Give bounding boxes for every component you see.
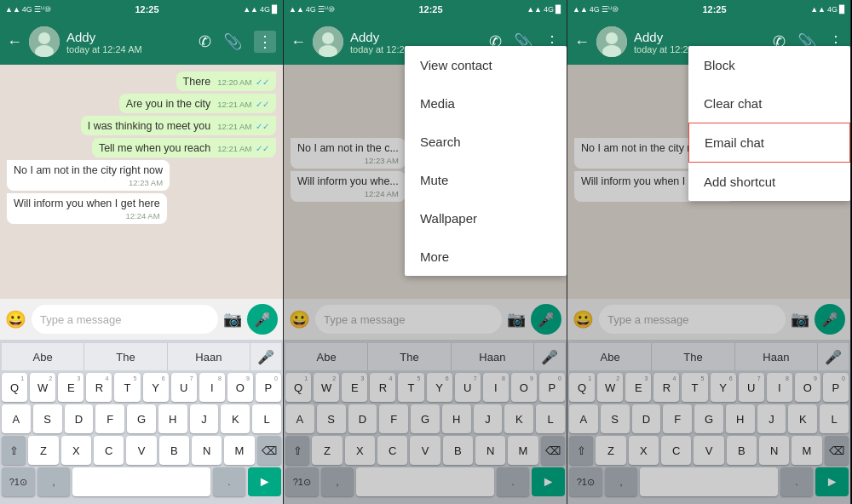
signal-strength: ▲▲ [289, 5, 304, 14]
message-time: 12:23 AM [129, 178, 163, 187]
read-tick: ✓✓ [256, 122, 269, 131]
period-key[interactable]: . [213, 467, 246, 496]
menu-item-view-contact[interactable]: View contact [405, 46, 567, 84]
signal-strength: ▲▲ [5, 5, 20, 14]
suggestion-0[interactable]: Abe [2, 343, 84, 370]
message-out: I was thinking to meet you 12:21 AM ✓✓ [81, 116, 276, 135]
status-time: 12:25 [702, 4, 726, 14]
keyboard-row-3: ⇧ZXCVBNM⌫ [2, 436, 281, 465]
menu-item-email-chat[interactable]: Email chat [688, 123, 850, 163]
menu-item-media[interactable]: Media [405, 84, 567, 123]
emoji-button[interactable]: 😀 [5, 309, 26, 329]
key-t[interactable]: 5T [114, 373, 140, 402]
menu-item-clear-chat[interactable]: Clear chat [688, 84, 850, 123]
menu-item-wallpaper[interactable]: Wallpaper [405, 199, 567, 238]
key-a[interactable]: A [2, 404, 31, 433]
key-r[interactable]: 4R [86, 373, 112, 402]
camera-button[interactable]: 📷 [223, 310, 242, 329]
status-right-icons: ▲▲ 4G ▉ [243, 5, 278, 14]
key-b[interactable]: B [159, 436, 189, 465]
battery-icon: ▉ [556, 5, 561, 14]
key-j[interactable]: J [190, 404, 219, 433]
keyboard-bottom-row: ?1⊙,.► [2, 467, 281, 496]
signal-strength: ▲▲ [573, 5, 588, 14]
menu-item-more[interactable]: More [405, 238, 567, 276]
key-w[interactable]: 2W [30, 373, 55, 402]
mic-button[interactable]: 🎤 [247, 304, 278, 335]
key-o[interactable]: 9O [227, 373, 253, 402]
menu-item-block[interactable]: Block [688, 46, 850, 84]
back-button[interactable]: ← [291, 33, 306, 51]
key-d[interactable]: D [65, 404, 94, 433]
key-z[interactable]: Z [28, 436, 58, 465]
battery-icon: ▉ [839, 5, 845, 14]
shift-key[interactable]: ⇧ [2, 436, 26, 465]
symbol-key[interactable]: ?1⊙ [2, 467, 35, 496]
header-icons: ✆ 📎 ⋮ [199, 31, 276, 53]
key-c[interactable]: C [94, 436, 124, 465]
key-y[interactable]: 6Y [143, 373, 169, 402]
suggestion-1[interactable]: The [84, 343, 167, 370]
key-g[interactable]: G [127, 404, 156, 433]
contact-name: Addy [634, 30, 766, 44]
phone-panel-3: ▲▲ 4G ☰ᵁ⑩ 12:25 ▲▲ 4G ▉ ← Addy today at … [567, 0, 851, 504]
key-q[interactable]: 1Q [2, 373, 27, 402]
contact-avatar[interactable] [596, 26, 627, 57]
status-time: 12:25 [418, 4, 442, 14]
key-x[interactable]: X [61, 436, 91, 465]
input-bar: 😀 Type a message 📷 🎤 [0, 299, 283, 340]
key-k[interactable]: K [221, 404, 250, 433]
keyboard-suggestions: AbeTheHaan🎤 [2, 343, 281, 370]
key-n[interactable]: N [192, 436, 222, 465]
message-in: Will inform you when I get here12:24 AM [7, 193, 167, 224]
space-key[interactable] [72, 467, 210, 496]
menu-item-add-shortcut[interactable]: Add shortcut [688, 163, 850, 201]
attach-icon[interactable]: 📎 [223, 32, 242, 51]
network-right: 4G [544, 5, 554, 14]
keyboard-row-1: 1Q2W3E4R5T6Y7U8I9O0P [2, 373, 281, 402]
menu-dots-icon[interactable]: ⋮ [254, 31, 276, 53]
voice-input-icon[interactable]: 🎤 [250, 349, 281, 365]
message-time: 12:21 AM ✓✓ [217, 144, 269, 153]
status-icons: ☰ᵁ⑩ [34, 5, 51, 14]
svg-point-1 [38, 32, 50, 44]
status-time: 12:25 [135, 4, 158, 14]
delete-key[interactable]: ⌫ [257, 436, 281, 465]
menu-item-search[interactable]: Search [405, 123, 567, 161]
contact-avatar[interactable] [29, 26, 60, 57]
back-button[interactable]: ← [574, 33, 590, 51]
phone-panel-2: ▲▲ 4G ☰ᵁ⑩ 12:25 ▲▲ 4G ▉ ← Addy today at … [284, 0, 567, 504]
back-button[interactable]: ← [7, 33, 22, 51]
svg-point-4 [322, 32, 334, 44]
phone-icon[interactable]: ✆ [199, 32, 211, 51]
message-input[interactable]: Type a message [32, 305, 218, 334]
status-right-icons: ▲▲ 4G ▉ [527, 5, 561, 14]
key-h[interactable]: H [158, 404, 187, 433]
key-v[interactable]: V [126, 436, 156, 465]
suggestion-2[interactable]: Haan [168, 343, 250, 370]
contact-avatar[interactable] [313, 26, 343, 57]
key-l[interactable]: L [252, 404, 281, 433]
message-time: 12:21 AM ✓✓ [217, 122, 269, 131]
chat-header: ← Addy today at 12:24 AM ✆ 📎 ⋮ [0, 19, 283, 65]
contact-info: Addy today at 12:24 AM [66, 30, 192, 54]
key-i[interactable]: 8I [199, 373, 225, 402]
send-key[interactable]: ► [248, 467, 281, 496]
status-bar: ▲▲ 4G ☰ᵁ⑩ 12:25 ▲▲ 4G ▉ [284, 0, 567, 19]
key-s[interactable]: S [33, 404, 62, 433]
status-bar: ▲▲ 4G ☰ᵁ⑩ 12:25 ▲▲ 4G ▉ [567, 0, 850, 19]
key-p[interactable]: 0P [256, 373, 281, 402]
network-right: 4G [260, 5, 270, 14]
status-bar: ▲▲ 4G ☰ᵁ⑩ 12:25 ▲▲ 4G ▉ [0, 0, 283, 19]
key-e[interactable]: 3E [58, 373, 83, 402]
signal-strength-right: ▲▲ [243, 5, 258, 14]
key-f[interactable]: F [95, 404, 124, 433]
dropdown-menu: View contactMediaSearchMuteWallpaperMore [405, 46, 567, 276]
status-icons: ☰ᵁ⑩ [318, 5, 335, 14]
key-u[interactable]: 7U [171, 373, 197, 402]
menu-item-mute[interactable]: Mute [405, 161, 567, 199]
message-out: There 12:20 AM ✓✓ [176, 72, 276, 91]
message-time: 12:20 AM ✓✓ [217, 77, 269, 87]
comma-key[interactable]: , [37, 467, 71, 496]
key-m[interactable]: M [224, 436, 254, 465]
